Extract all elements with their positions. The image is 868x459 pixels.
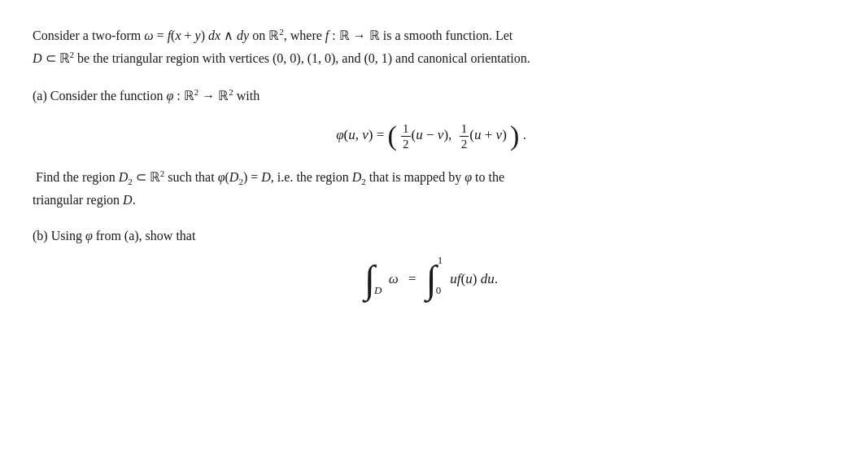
main-content: Consider a two-form ω = f(x + y) dx ∧ dy… <box>33 24 830 295</box>
intro-paragraph: Consider a two-form ω = f(x + y) dx ∧ dy… <box>33 24 830 69</box>
frac-half-2: 1 2 <box>460 121 469 151</box>
right-paren: ) <box>510 120 519 151</box>
integrand: uf(u) du. <box>450 268 498 290</box>
part-b-label: (b) Using φ from (a), show that <box>33 229 195 243</box>
integral-D-subscript: D <box>374 282 382 299</box>
phi-formula: φ(u, v) = ( 1 2 (u − v), 1 2 (u + v) ) . <box>33 121 830 151</box>
find-region-paragraph: Find the region D2 ⊂ ℝ2 such that φ(D2) … <box>33 166 830 211</box>
integral-D-group: ∫ D <box>364 264 375 295</box>
find-region-text-2: triangular region D. <box>33 193 136 207</box>
equals-sign: = <box>408 268 417 290</box>
part-b-intro: (b) Using φ from (a), show that <box>33 225 830 247</box>
integral-equation: ∫ D ω = ∫ 1 0 uf(u) du. <box>33 264 830 295</box>
integral-01-group: ∫ 1 0 <box>426 264 437 295</box>
integral-lower-limit: 0 <box>436 282 442 299</box>
find-region-text: Find the region D2 ⊂ ℝ2 such that φ(D2) … <box>33 170 504 184</box>
intro-text: Consider a two-form ω = f(x + y) dx ∧ dy… <box>33 28 513 42</box>
intro-text-2: D ⊂ ℝ2 be the triangular region with ver… <box>33 51 530 65</box>
left-paren: ( <box>388 120 397 151</box>
part-a-label: (a) Consider the function φ : ℝ2 → ℝ2 wi… <box>33 89 260 103</box>
integral-upper-limit: 1 <box>438 252 443 269</box>
frac-half-1: 1 2 <box>401 121 411 151</box>
part-a-intro: (a) Consider the function φ : ℝ2 → ℝ2 wi… <box>33 84 830 107</box>
omega-symbol: ω <box>389 268 399 290</box>
